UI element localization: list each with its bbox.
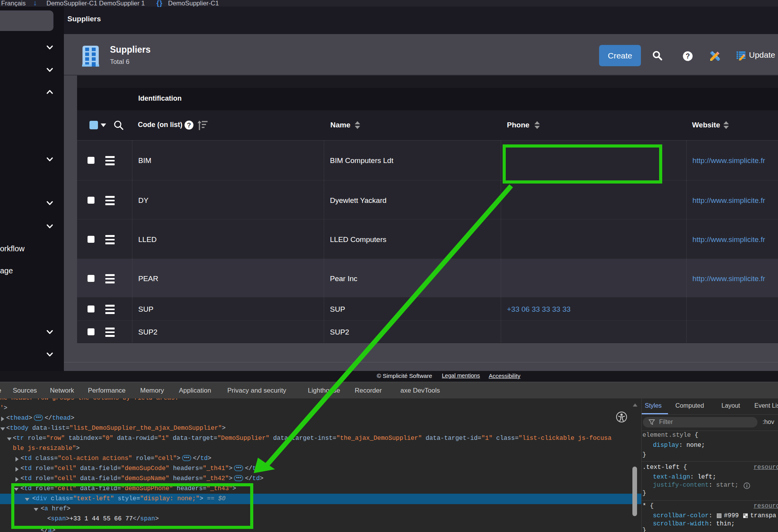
svg-text:?: ? <box>187 122 191 129</box>
svg-text:?: ? <box>686 52 690 60</box>
